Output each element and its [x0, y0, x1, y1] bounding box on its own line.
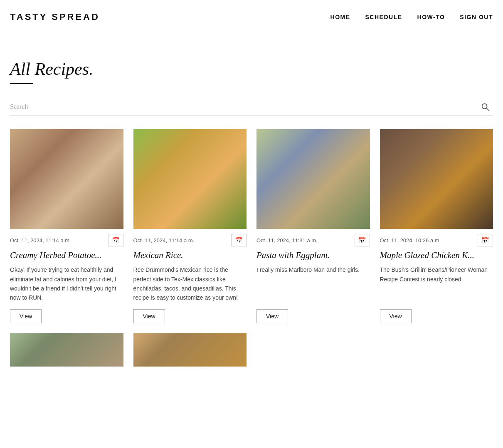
calendar-button[interactable]: 📅: [231, 234, 247, 246]
recipe-card: Oct. 11, 2024, 10:26 a.m.📅Maple Glazed C…: [380, 129, 493, 323]
recipe-card: Oct. 11, 2024, 11:14 a.m.📅Mexican Rice.R…: [133, 129, 247, 323]
recipe-meta: Oct. 11, 2024, 11:14 a.m.📅: [10, 234, 123, 246]
svg-point-0: [482, 104, 487, 109]
calendar-icon: 📅: [112, 236, 120, 244]
recipe-title: Creamy Herbed Potatoe...: [10, 250, 123, 261]
recipe-meta: Oct. 11, 2024, 10:26 a.m.📅: [380, 234, 493, 246]
main-nav: HOMESCHEDULEHOW-TOSIGN OUT: [330, 14, 493, 20]
recipe-description: Okay. If you're trying to eat healthily …: [10, 265, 123, 303]
nav-item-schedule[interactable]: SCHEDULE: [365, 14, 402, 20]
recipe-description: The Bush's Grillin' Beans/Pioneer Woman …: [380, 265, 493, 303]
recipe-title: Pasta with Eggplant.: [256, 250, 370, 261]
view-recipe-button[interactable]: View: [256, 309, 288, 323]
calendar-icon: 📅: [481, 236, 489, 244]
search-icon: [481, 102, 490, 111]
site-header: TASTY SPREAD HOMESCHEDULEHOW-TOSIGN OUT: [0, 0, 503, 34]
site-logo[interactable]: TASTY SPREAD: [10, 12, 100, 22]
recipe-date: Oct. 11, 2024, 11:14 a.m.: [10, 237, 71, 244]
nav-item-home[interactable]: HOME: [330, 14, 350, 20]
recipe-image: [256, 129, 370, 229]
recipe-date: Oct. 11, 2024, 10:26 a.m.: [380, 237, 441, 244]
calendar-icon: 📅: [358, 236, 366, 244]
nav-item-sign-out[interactable]: SIGN OUT: [460, 14, 493, 20]
recipe-meta: Oct. 11, 2024, 11:14 a.m.📅: [133, 234, 247, 246]
recipe-description: I really miss Marlboro Man and the girls…: [256, 265, 370, 303]
calendar-button[interactable]: 📅: [478, 234, 493, 246]
view-recipe-button[interactable]: View: [10, 309, 42, 323]
recipe-card: Oct. 11, 2024, 11:31 a.m.📅Pasta with Egg…: [256, 129, 370, 323]
recipe-card: [10, 333, 123, 372]
recipe-date: Oct. 11, 2024, 11:14 a.m.: [133, 237, 195, 244]
page-title: All Recipes.: [10, 59, 493, 79]
recipe-meta: Oct. 11, 2024, 11:31 a.m.📅: [256, 234, 370, 246]
recipe-date: Oct. 11, 2024, 11:31 a.m.: [256, 237, 318, 244]
nav-item-how-to[interactable]: HOW-TO: [417, 14, 445, 20]
recipe-title: Maple Glazed Chicken K...: [380, 250, 493, 261]
recipe-title: Mexican Rice.: [133, 250, 247, 261]
recipe-card: [133, 333, 247, 372]
title-underline: [10, 83, 33, 84]
recipes-grid: Oct. 11, 2024, 11:14 a.m.📅Creamy Herbed …: [10, 129, 493, 372]
calendar-icon: 📅: [235, 236, 243, 244]
search-input[interactable]: [10, 101, 477, 112]
recipe-image: [133, 129, 247, 229]
recipe-description: Ree Drummond's Mexican rice is the perfe…: [133, 265, 247, 303]
search-container: [10, 101, 493, 116]
recipe-image: [10, 129, 123, 229]
calendar-button[interactable]: 📅: [108, 234, 123, 246]
search-button[interactable]: [477, 101, 493, 113]
calendar-button[interactable]: 📅: [355, 234, 370, 246]
view-recipe-button[interactable]: View: [380, 309, 412, 323]
recipe-image: [10, 333, 123, 367]
view-recipe-button[interactable]: View: [133, 309, 165, 323]
recipe-image: [133, 333, 247, 367]
main-content: All Recipes. Oct. 11, 2024, 11:14 a.m.📅C…: [0, 34, 503, 388]
svg-line-1: [486, 108, 489, 111]
recipe-card: Oct. 11, 2024, 11:14 a.m.📅Creamy Herbed …: [10, 129, 123, 323]
recipe-image: [380, 129, 493, 229]
